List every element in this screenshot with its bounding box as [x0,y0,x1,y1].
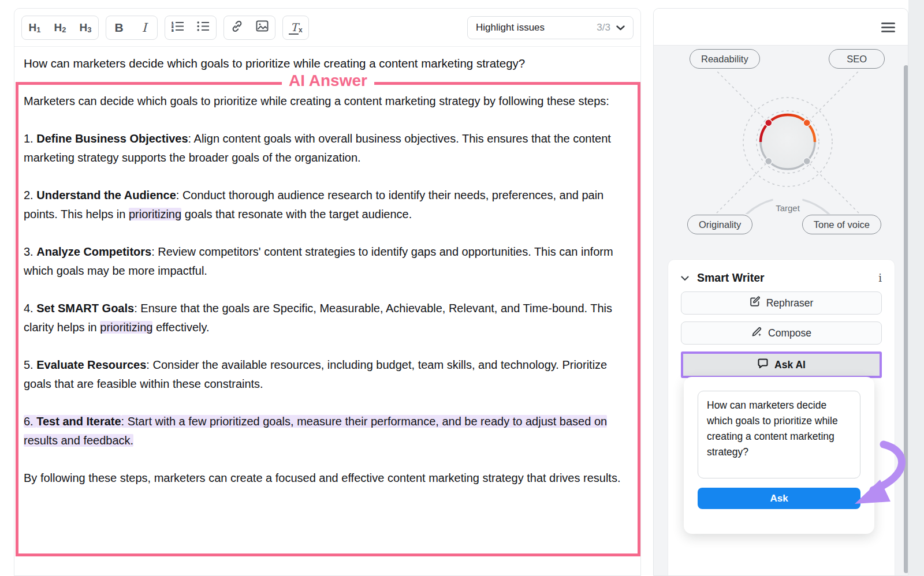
pill-originality[interactable]: Originality [687,215,752,234]
ordered-list-button[interactable]: 1 2 3 [165,16,191,39]
ask-button[interactable]: Ask [698,488,860,509]
list-group: 1 2 3 [165,16,217,40]
gauge-target-label: Target [746,203,829,213]
smart-writer-title: Smart Writer [697,271,765,285]
ai-answer-annotation-label: AI Answer [282,72,374,90]
ask-ai-highlight-outline: Ask AI [681,351,882,378]
h1-label: H [29,21,37,34]
score-gauge [701,70,874,214]
clear-formatting-icon: T [289,21,299,35]
answer-paragraph: 2. Understand the Audience: Conduct thor… [24,186,623,224]
pill-readability[interactable]: Readability [690,49,760,69]
rephraser-label: Rephraser [766,297,814,309]
rephraser-button[interactable]: Rephraser [681,291,882,315]
bullet-list-button[interactable] [191,16,216,39]
highlight-issues-dropdown[interactable]: Highlight issues 3/3 [467,16,634,39]
chevron-down-icon[interactable] [681,273,689,283]
italic-icon: I [142,21,147,35]
h3-button[interactable]: H3 [73,16,98,39]
bold-icon: B [114,21,123,35]
ordered-list-icon: 1 2 3 [172,20,184,35]
clear-format-group: Tx [282,16,309,40]
assistant-panel-header [654,9,908,46]
heading-group: H1 H2 H3 [21,16,99,40]
info-icon[interactable]: i [878,272,882,284]
clear-formatting-sub: x [299,26,303,34]
link-button[interactable] [224,16,249,39]
speech-bubble-icon [757,358,769,372]
compose-label: Compose [768,327,811,339]
ask-ai-label: Ask AI [774,359,806,371]
h2-button[interactable]: H2 [47,16,73,39]
italic-button[interactable]: I [132,16,157,39]
svg-text:2: 2 [172,25,174,28]
svg-text:3: 3 [172,29,174,32]
h2-label: H [54,21,62,34]
h1-button[interactable]: H1 [22,16,47,39]
answer-paragraph: By following these steps, marketers can … [24,469,623,488]
pill-seo[interactable]: SEO [829,49,885,69]
highlight-issues-label: Highlight issues [476,22,545,33]
h3-sub: 3 [87,25,91,34]
link-icon [231,20,243,35]
answer-paragraph: Marketers can decide which goals to prio… [24,92,623,111]
format-group: B I [106,16,158,40]
ask-ai-button[interactable]: Ask AI [683,354,880,376]
compose-button[interactable]: Compose [681,321,882,345]
ask-question-input[interactable]: How can marketers decide which goals to … [698,391,860,478]
answer-paragraph: 1. Define Business Objectives: Align con… [24,129,623,167]
bullet-list-icon [197,20,210,35]
editor-card: H1 H2 H3 B I 1 2 3 [14,8,641,576]
answer-paragraph: 3. Analyze Competitors: Review competito… [24,242,623,280]
answer-paragraph: 5. Evaluate Resources: Consider the avai… [24,356,623,394]
smart-writer-header: Smart Writer i [681,271,882,285]
pencil-square-icon [750,296,761,310]
question-title[interactable]: How can marketers decide which goals to … [14,47,640,70]
menu-icon[interactable] [881,23,895,32]
highlight-issues-count: 3/3 [597,22,610,33]
pen-sparkle-icon [751,326,762,340]
editor-toolbar: H1 H2 H3 B I 1 2 3 [14,9,640,47]
h1-sub: 1 [36,25,40,34]
insert-group [223,16,275,40]
h2-sub: 2 [62,25,66,34]
ai-answer-body[interactable]: Marketers can decide which goals to prio… [18,85,638,488]
ai-answer-box: AI Answer Marketers can decide which goa… [16,82,640,556]
image-button[interactable] [249,16,275,39]
answer-paragraph: 6. Test and Iterate: Start with a few pr… [24,412,623,450]
answer-paragraph: 4. Set SMART Goals: Ensure that the goal… [24,299,623,337]
clear-format-button[interactable]: Tx [283,16,308,39]
image-icon [256,20,269,35]
bold-button[interactable]: B [106,16,132,39]
svg-text:1: 1 [172,21,174,25]
h3-label: H [80,21,88,34]
chevron-down-icon [610,23,625,33]
curved-arrow-annotation [837,436,912,511]
pill-tone-of-voice[interactable]: Tone of voice [802,215,881,234]
